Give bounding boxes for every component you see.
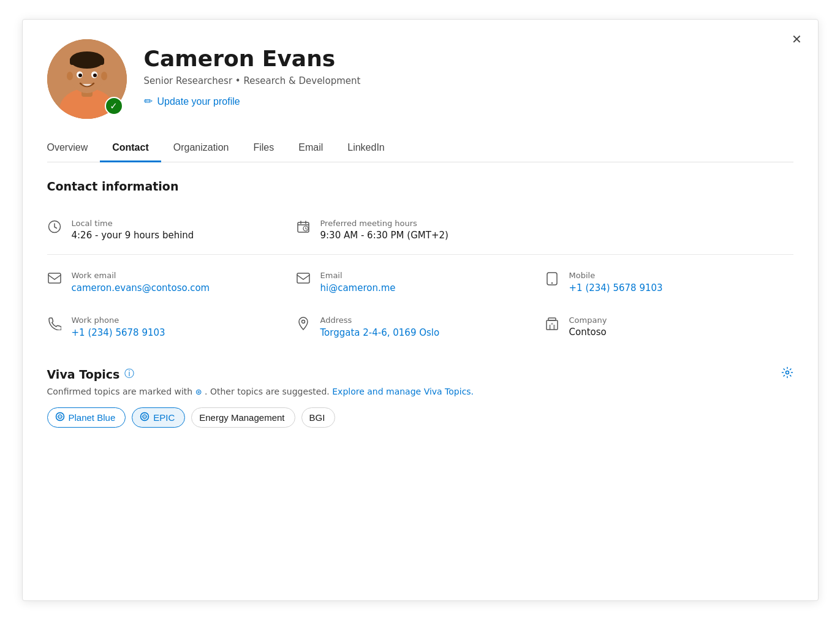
avatar-wrapper: ✓ [47, 39, 127, 119]
tab-nav: Overview Contact Organization Files Emai… [47, 136, 793, 162]
work-phone-value[interactable]: +1 (234) 5678 9103 [72, 327, 165, 338]
local-time-value: 4:26 - your 9 hours behind [72, 230, 194, 241]
topic-epic-label: EPIC [153, 412, 175, 423]
viva-description: Confirmed topics are marked with ⊛ . Oth… [47, 387, 793, 396]
verified-badge: ✓ [105, 97, 123, 115]
svg-point-4 [67, 72, 73, 80]
explore-viva-link[interactable]: Explore and manage Viva Topics. [332, 387, 474, 396]
update-profile-label: Update your profile [157, 96, 240, 107]
svg-rect-16 [297, 273, 309, 283]
mobile-value[interactable]: +1 (234) 5678 9103 [569, 282, 663, 293]
svg-rect-7 [70, 58, 104, 65]
topic-planet-blue[interactable]: Planet Blue [47, 407, 126, 428]
profile-subtitle: Senior Researchesr • Research & Developm… [144, 75, 361, 86]
divider-1 [47, 254, 793, 255]
company-item: Company Contoso [545, 304, 793, 349]
viva-title: Viva Topics [47, 368, 120, 381]
profile-header: ✓ Cameron Evans Senior Researchesr • Res… [47, 39, 793, 119]
pencil-icon: ✏ [144, 95, 153, 108]
svg-point-10 [78, 74, 82, 77]
profile-name: Cameron Evans [144, 45, 361, 72]
meeting-hours-item: Preferred meeting hours 9:30 AM - 6:30 P… [296, 208, 545, 252]
company-value: Contoso [569, 327, 607, 338]
tab-contact[interactable]: Contact [100, 136, 161, 162]
mobile-item: Mobile +1 (234) 5678 9103 [545, 260, 793, 304]
topic-bgi[interactable]: BGI [301, 407, 336, 428]
confirmed-topic-icon-2 [140, 412, 149, 423]
calendar-clock-icon [296, 220, 311, 236]
contact-section: Contact information Local time 4:26 - yo… [47, 180, 793, 349]
mobile-phone-icon [545, 272, 559, 289]
topic-epic[interactable]: EPIC [132, 407, 185, 428]
company-label: Company [569, 316, 607, 325]
tab-linkedin[interactable]: LinkedIn [335, 136, 397, 162]
header-info: Cameron Evans Senior Researchesr • Resea… [144, 39, 361, 108]
svg-rect-24 [551, 323, 553, 325]
address-item: Address Torggata 2-4-6, 0169 Oslo [296, 304, 545, 349]
address-value[interactable]: Torggata 2-4-6, 0169 Oslo [320, 327, 440, 338]
work-phone-icon [47, 317, 62, 333]
svg-point-18 [551, 282, 552, 284]
mobile-label: Mobile [569, 271, 663, 280]
viva-settings-button[interactable] [781, 366, 793, 382]
email-icon [296, 272, 311, 287]
svg-rect-20 [547, 320, 558, 330]
location-icon [296, 317, 311, 333]
email-value[interactable]: hi@cameron.me [320, 282, 396, 293]
confirmed-topic-icon [55, 412, 65, 423]
work-email-label: Work email [72, 271, 210, 280]
svg-rect-15 [48, 273, 61, 283]
tab-overview[interactable]: Overview [47, 136, 100, 162]
email-item: Email hi@cameron.me [296, 260, 545, 304]
local-time-item: Local time 4:26 - your 9 hours behind [47, 208, 296, 252]
work-email-value[interactable]: cameron.evans@contoso.com [72, 282, 210, 293]
topic-energy-management[interactable]: Energy Management [191, 407, 295, 428]
local-time-label: Local time [72, 219, 194, 228]
update-profile-button[interactable]: ✏ Update your profile [144, 95, 361, 108]
viva-title-row: Viva Topics ⓘ [47, 368, 135, 381]
close-button[interactable]: ✕ [787, 31, 807, 48]
work-phone-item: Work phone +1 (234) 5678 9103 [47, 304, 296, 349]
building-icon [545, 317, 559, 333]
tab-email[interactable]: Email [286, 136, 335, 162]
svg-point-11 [93, 74, 97, 77]
tab-organization[interactable]: Organization [161, 136, 241, 162]
topic-planet-blue-label: Planet Blue [69, 412, 116, 423]
svg-rect-21 [548, 318, 556, 320]
tab-files[interactable]: Files [241, 136, 286, 162]
svg-point-19 [301, 320, 305, 323]
topic-energy-management-label: Energy Management [199, 412, 284, 423]
clock-icon [47, 220, 62, 236]
work-phone-label: Work phone [72, 316, 165, 325]
meeting-hours-value: 9:30 AM - 6:30 PM (GMT+2) [320, 230, 448, 241]
profile-modal: ✕ [22, 19, 819, 601]
svg-rect-23 [553, 325, 555, 330]
svg-rect-22 [549, 325, 551, 330]
svg-point-5 [101, 72, 107, 80]
info-icon[interactable]: ⓘ [124, 368, 134, 380]
viva-header: Viva Topics ⓘ [47, 366, 793, 382]
work-email-item: Work email cameron.evans@contoso.com [47, 260, 296, 304]
work-email-icon [47, 272, 62, 287]
viva-topics-section: Viva Topics ⓘ Confirmed topics are marke… [47, 366, 793, 428]
topic-bgi-label: BGI [309, 412, 325, 423]
meeting-hours-label: Preferred meeting hours [320, 219, 448, 228]
topics-list: Planet Blue EPIC Energy Management BGI [47, 407, 793, 428]
svg-point-25 [785, 371, 789, 374]
email-label: Email [320, 271, 396, 280]
address-label: Address [320, 316, 440, 325]
confirmed-icon-inline: ⊛ [195, 387, 202, 396]
contact-section-title: Contact information [47, 180, 793, 193]
